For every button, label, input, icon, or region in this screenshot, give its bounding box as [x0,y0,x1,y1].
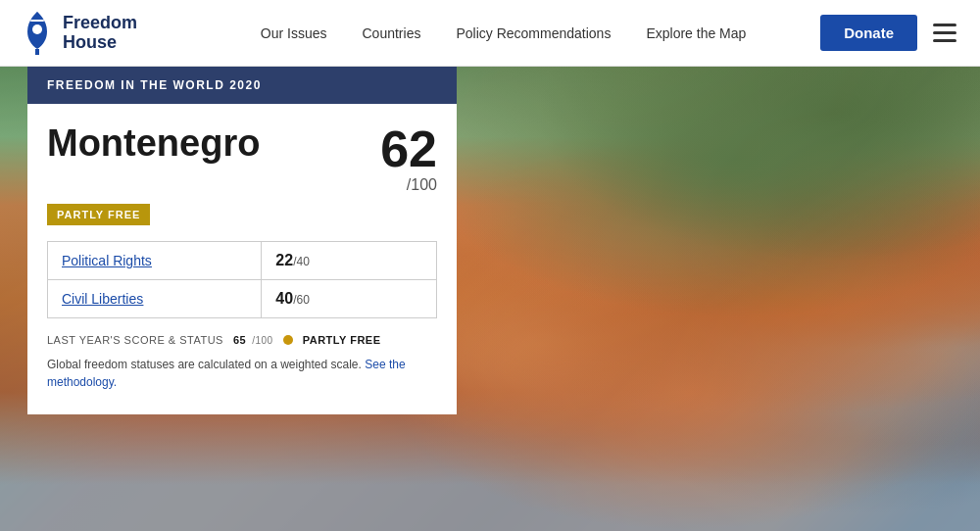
nav-policy[interactable]: Policy Recommendations [456,25,611,41]
civil-liberties-value: 40/60 [262,280,437,318]
card-body: Montenegro 62 /100 PARTLY FREE Political… [27,104,457,414]
political-rights-label[interactable]: Political Rights [48,242,262,280]
svg-rect-2 [30,20,44,22]
menu-bar-3 [933,39,956,42]
main-nav: Our Issues Countries Policy Recommendati… [186,25,820,41]
civil-liberties-label[interactable]: Civil Liberties [48,280,262,318]
svg-point-1 [32,24,42,34]
report-title: FREEDOM IN THE WORLD 2020 [27,67,457,104]
political-rights-value: 22/40 [262,242,437,280]
logo[interactable]: Freedom House [20,10,186,57]
country-card: FREEDOM IN THE WORLD 2020 Montenegro 62 … [27,67,457,414]
score-denom: /100 [380,176,437,194]
score-block: 62 /100 [380,123,437,194]
hero-section: FREEDOM IN THE WORLD 2020 Montenegro 62 … [0,67,980,531]
country-name: Montenegro [47,123,260,165]
last-year-label: LAST YEAR'S SCORE & STATUS [47,334,223,346]
menu-bar-2 [933,31,956,34]
nav-map[interactable]: Explore the Map [646,25,746,41]
methodology-text: Global freedom statuses are calculated o… [47,356,437,391]
score-number: 62 [380,121,437,177]
status-badge: PARTLY FREE [47,204,150,225]
nav-our-issues[interactable]: Our Issues [261,25,327,41]
country-score-row: Montenegro 62 /100 [47,123,437,194]
last-year-status: Partly Free [303,334,381,346]
table-row-political-rights: Political Rights 22/40 [48,242,437,280]
freedom-house-logo-icon [20,10,55,57]
site-header: Freedom House Our Issues Countries Polic… [0,0,980,67]
table-row-civil-liberties: Civil Liberties 40/60 [48,280,437,318]
scores-table: Political Rights 22/40 Civil Liberties 4… [47,241,437,318]
svg-rect-0 [35,49,39,55]
last-year-score: 65/100 [233,334,273,346]
political-rights-denom: /40 [293,255,310,268]
last-year-row: LAST YEAR'S SCORE & STATUS 65/100 Partly… [47,334,437,346]
header-actions: Donate [820,15,960,51]
logo-text: Freedom House [63,14,137,53]
status-dot [283,335,293,345]
menu-bar-1 [933,24,956,26]
menu-button[interactable] [929,20,960,46]
civil-liberties-denom: /60 [293,293,310,307]
nav-countries[interactable]: Countries [363,25,421,41]
donate-button[interactable]: Donate [820,15,917,51]
